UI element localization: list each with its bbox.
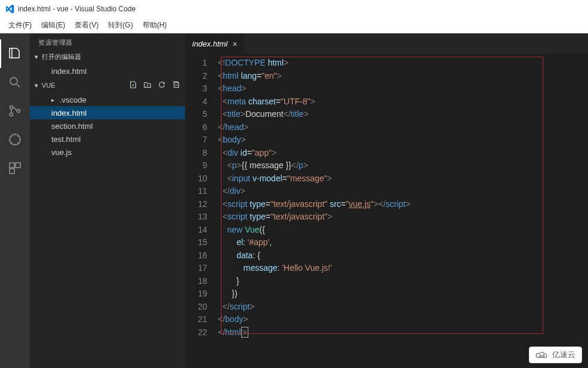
window-title: index.html - vue - Visual Studio Code <box>18 5 136 13</box>
watermark-badge: 亿速云 <box>529 347 582 363</box>
line-number: 20 <box>185 301 218 314</box>
code-line[interactable]: 2<html lang="en"> <box>185 70 588 83</box>
sidebar-title: 资源管理器 <box>30 33 185 51</box>
code-line[interactable]: 15 el: '#app', <box>185 236 588 249</box>
code-line[interactable]: 19 }) <box>185 287 588 301</box>
line-number: 22 <box>185 326 218 339</box>
code-line[interactable]: 1<!DOCTYPE html> <box>185 57 588 70</box>
svg-rect-7 <box>10 169 14 174</box>
svg-point-10 <box>543 355 544 357</box>
tree-file-vuejs[interactable]: vue.js <box>30 146 185 159</box>
svg-point-0 <box>10 78 17 85</box>
line-number: 11 <box>185 185 218 198</box>
tree-folder-vscode[interactable]: ▸ .vscode <box>30 93 185 106</box>
code-line[interactable]: 8 <div id="app"> <box>185 147 588 160</box>
files-icon <box>8 47 22 61</box>
line-number: 1 <box>185 57 218 70</box>
search-icon <box>8 75 22 89</box>
svg-point-3 <box>17 110 20 113</box>
code-line[interactable]: 21</body> <box>185 313 588 326</box>
code-line[interactable]: 6</head> <box>185 121 588 134</box>
cloud-icon <box>535 351 549 359</box>
editor-tabs: index.html × <box>185 33 588 54</box>
svg-point-4 <box>10 134 20 145</box>
source-control-icon <box>8 104 22 118</box>
line-number: 18 <box>185 275 218 288</box>
debug-icon <box>8 132 22 147</box>
code-line[interactable]: 13 <script type="text/javascript"> <box>185 211 588 224</box>
code-line[interactable]: 14 new Vue({ <box>185 224 588 237</box>
chevron-right-icon: ▸ <box>51 97 60 103</box>
code-line[interactable]: 12 <script type="text/javascript" src="v… <box>185 198 588 211</box>
section-open-editors[interactable]: ▾ 打开的编辑器 <box>30 51 185 63</box>
menu-view[interactable]: 查看(V) <box>70 20 103 30</box>
vscode-logo-icon <box>5 4 14 14</box>
line-number: 13 <box>185 211 218 224</box>
new-file-icon[interactable] <box>129 81 137 90</box>
line-number: 8 <box>185 147 218 160</box>
menu-help[interactable]: 帮助(H) <box>138 20 172 30</box>
line-number: 3 <box>185 82 218 95</box>
code-line[interactable]: 11 </div> <box>185 185 588 198</box>
line-number: 17 <box>185 262 218 275</box>
editor-group: index.html × 1<!DOCTYPE html>2<html lang… <box>185 33 588 368</box>
chevron-down-icon: ▾ <box>35 82 42 89</box>
code-line[interactable]: 16 data: { <box>185 249 588 262</box>
new-folder-icon[interactable] <box>143 81 152 90</box>
tab-index-html[interactable]: index.html × <box>185 33 245 54</box>
activity-explorer[interactable] <box>0 39 30 68</box>
close-icon[interactable]: × <box>232 39 237 49</box>
open-editor-item[interactable]: index.html <box>30 64 185 78</box>
svg-point-1 <box>10 106 13 109</box>
code-line[interactable]: 17 message: 'Hello Vue.js!' <box>185 262 588 275</box>
svg-point-9 <box>540 355 541 357</box>
line-number: 15 <box>185 236 218 249</box>
code-line[interactable]: 7<body> <box>185 134 588 147</box>
section-project[interactable]: ▾ VUE <box>30 79 185 92</box>
code-line[interactable]: 9 <p>{{ message }}</p> <box>185 159 588 172</box>
refresh-icon[interactable] <box>158 81 166 90</box>
activity-search[interactable] <box>0 68 30 97</box>
sidebar-explorer: 资源管理器 ▾ 打开的编辑器 index.html ▾ VUE ▸ .vscod… <box>30 33 185 368</box>
activity-scm[interactable] <box>0 97 30 125</box>
code-line[interactable]: 4 <meta charset="UTF-8"> <box>185 95 588 109</box>
menu-edit[interactable]: 编辑(E) <box>36 20 70 30</box>
tree-file-test[interactable]: test.html <box>30 132 185 146</box>
collapse-all-icon[interactable] <box>172 81 180 90</box>
code-line[interactable]: 10 <input v-model="message"> <box>185 172 588 185</box>
line-number: 12 <box>185 198 218 211</box>
line-number: 10 <box>185 172 218 185</box>
menu-goto[interactable]: 转到(G) <box>103 20 137 30</box>
activity-extensions[interactable] <box>0 154 30 183</box>
editor-area[interactable]: 1<!DOCTYPE html>2<html lang="en">3<head>… <box>185 54 588 368</box>
code-line[interactable]: 22</html> <box>185 326 588 339</box>
extensions-icon <box>8 161 22 175</box>
svg-point-2 <box>10 113 13 116</box>
svg-rect-6 <box>16 163 20 168</box>
line-number: 7 <box>185 134 218 147</box>
line-number: 5 <box>185 108 218 121</box>
tree-file-index[interactable]: index.html <box>30 106 185 119</box>
line-number: 4 <box>185 95 218 109</box>
tree-file-section[interactable]: section.html <box>30 119 185 132</box>
activity-debug[interactable] <box>0 125 30 154</box>
svg-rect-5 <box>10 163 14 168</box>
line-number: 2 <box>185 70 218 83</box>
line-number: 21 <box>185 313 218 326</box>
code-line[interactable]: 5 <title>Document</title> <box>185 108 588 121</box>
menubar: 文件(F) 编辑(E) 查看(V) 转到(G) 帮助(H) <box>0 18 588 33</box>
line-number: 14 <box>185 224 218 237</box>
line-number: 9 <box>185 159 218 172</box>
code-line[interactable]: 20 </script> <box>185 301 588 314</box>
line-number: 19 <box>185 287 218 301</box>
chevron-down-icon: ▾ <box>35 53 42 61</box>
menu-file[interactable]: 文件(F) <box>4 20 36 30</box>
activity-bar <box>0 33 30 368</box>
code-line[interactable]: 3<head> <box>185 82 588 95</box>
line-number: 16 <box>185 249 218 262</box>
line-number: 6 <box>185 121 218 134</box>
window-titlebar: index.html - vue - Visual Studio Code <box>0 0 588 18</box>
code-line[interactable]: 18 } <box>185 275 588 288</box>
